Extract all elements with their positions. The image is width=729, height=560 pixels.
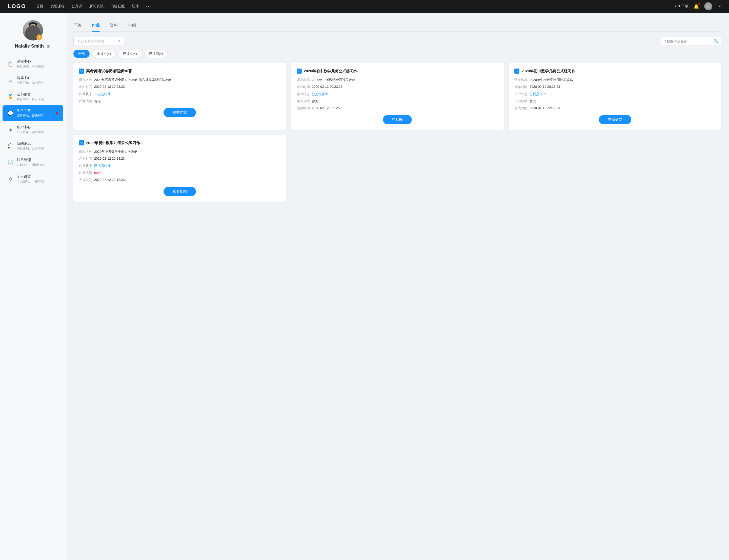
- card-title-1: 2020年初中数学几何公式练习作...: [304, 69, 361, 74]
- user-avatar[interactable]: [704, 2, 712, 10]
- sidebar-menu: 📋 课程中心 精彩课程、不容错过 ☰ 题库中心 海量习题、助力通关 🏅 证书荣誉…: [0, 56, 66, 187]
- homework-card-2: 🛡 2020年初中数学几何公式练习作... 课次名称 2020年中考数学全面过关…: [509, 63, 721, 130]
- nav-courses[interactable]: 发现课程: [50, 4, 65, 9]
- sidebar-item-text-account: 账户中心 个人权益、实时掌握: [17, 125, 58, 134]
- sidebar-item-text-qa: 学习问答 课后重温、疑难解答: [17, 109, 53, 118]
- profile-name: Natalie Smith: [15, 44, 44, 49]
- shield-icon-3: 🛡: [79, 140, 84, 145]
- card-course-label-3: 课次名称: [79, 149, 94, 154]
- card-action-button-0[interactable]: 提交作业: [163, 108, 196, 117]
- card-action-button-1[interactable]: 待批阅: [383, 115, 412, 124]
- card-score-label-0: 作业成绩: [79, 99, 94, 103]
- card-publish-value-2: 2020-02-12 20:23:23: [530, 85, 716, 89]
- card-complete-value-1: 2020-02-12 22:12:23: [312, 106, 498, 111]
- tab-qa[interactable]: 问答: [73, 20, 81, 31]
- card-course-value-1: 2020年中考数学全面过关攻略: [312, 78, 498, 82]
- status-all-button[interactable]: 全部: [73, 50, 90, 58]
- status-unsubmitted-button[interactable]: 未提交(4): [92, 50, 116, 58]
- sidebar-item-sub-qa: 课后重温、疑难解答: [17, 114, 53, 118]
- course-select-placeholder: 请选择课程/课程包: [77, 39, 104, 44]
- notification-bell[interactable]: 🔔: [694, 4, 699, 9]
- sidebar-item-sub-course-center: 精彩课程、不容错过: [17, 64, 58, 69]
- card-course-value-0: 2020年高考英语全面过关攻略-第六期零基础语法攻略: [94, 78, 280, 82]
- card-title-0: 高考英语试卷阅读理解30张: [86, 69, 132, 74]
- user-menu-chevron[interactable]: ▼: [718, 5, 721, 8]
- status-filter-row: 全部 未提交(4) 已提交(4) 已批阅(4): [73, 50, 721, 58]
- card-score-value-0: 暂无: [94, 99, 280, 103]
- tabs-row: 问答 作业 资料 小组: [73, 20, 721, 32]
- card-publish-value-0: 2020-02-12 20:23:23: [94, 85, 280, 89]
- sidebar-item-qa[interactable]: 💬 学习问答 课后重温、疑难解答: [3, 105, 63, 121]
- card-complete-label-2: 完成时间: [514, 106, 530, 111]
- nav-question-bank[interactable]: 题库: [132, 4, 139, 9]
- sidebar-item-certificate[interactable]: 🏅 证书荣誉 收获荣誉、持证上岗: [3, 89, 63, 105]
- sidebar-item-order[interactable]: 📄 订单管理 订单支出、明明白白: [3, 155, 63, 170]
- card-score-label-1: 作业成绩: [297, 99, 312, 103]
- sidebar-item-title-message: 我的消息: [17, 141, 58, 146]
- certificate-icon: 🏅: [8, 94, 13, 100]
- sidebar-item-sub-order: 订单支出、明明白白: [17, 163, 58, 167]
- tab-material[interactable]: 资料: [110, 20, 118, 31]
- qa-notification-dot: [56, 112, 58, 114]
- card-btn-row-0: 提交作业: [79, 108, 280, 117]
- card-course-value-3: 2020年中考数学全面过关攻略: [94, 149, 280, 154]
- card-course-label-1: 课次名称: [297, 78, 312, 82]
- card-status-row-2: 作业状态 已提交作业: [514, 92, 716, 96]
- course-select[interactable]: 请选择课程/课程包 ▼: [73, 37, 124, 46]
- card-score-row-1: 作业成绩 暂无: [297, 99, 498, 103]
- card-course-label-2: 课次名称: [514, 78, 530, 82]
- sidebar-item-title-account: 账户中心: [17, 125, 58, 130]
- card-status-label-3: 作业状态: [79, 164, 94, 168]
- card-complete-value-3: 2020-02-12 22:12:23: [94, 178, 280, 182]
- account-icon: ◈: [8, 127, 13, 133]
- card-complete-label-3: 完成时间: [79, 178, 94, 182]
- card-action-button-3[interactable]: 查看批阅: [163, 187, 196, 196]
- sidebar-item-text-question-bank: 题库中心 海量习题、助力通关: [17, 76, 58, 85]
- card-status-value-3: 已批阅作业: [94, 164, 280, 168]
- status-submitted-button[interactable]: 已提交(4): [118, 50, 142, 58]
- settings-icon: ⚙: [8, 176, 13, 182]
- card-complete-value-2: 2020-02-12 22:12:23: [530, 106, 716, 111]
- tab-group[interactable]: 小组: [128, 20, 136, 31]
- search-input[interactable]: [663, 39, 714, 43]
- card-status-label-2: 作业状态: [514, 92, 530, 96]
- card-publish-row-2: 发布时间 2020-02-12 20:23:23: [514, 85, 716, 89]
- sidebar-item-text-certificate: 证书荣誉 收获荣誉、持证上岗: [17, 92, 58, 101]
- course-select-arrow: ▼: [118, 39, 121, 43]
- sidebar-item-title-certificate: 证书荣誉: [17, 92, 58, 97]
- card-publish-label-2: 发布时间: [514, 85, 530, 89]
- qr-code-icon[interactable]: ⊞: [46, 44, 51, 49]
- profile-avatar-wrap: ★: [23, 20, 43, 40]
- nav-qa[interactable]: 问答社区: [111, 4, 125, 9]
- sidebar-item-question-bank[interactable]: ☰ 题库中心 海量习题、助力通关: [3, 72, 63, 88]
- order-icon: 📄: [8, 160, 13, 165]
- card-score-row-0: 作业成绩 暂无: [79, 99, 280, 103]
- nav-links: 首页 发现课程 公开课 新闻资讯 问答社区 题库 ···: [36, 4, 674, 9]
- sidebar-item-settings[interactable]: ⚙ 个人设置 个人信息、一键管理: [3, 171, 63, 187]
- card-title-3: 2020年初中数学几何公式练习作...: [86, 141, 143, 145]
- app-download-link[interactable]: APP下载: [674, 4, 689, 9]
- sidebar-item-message[interactable]: 💭 我的消息 消息通知、及时了解: [3, 138, 63, 154]
- filter-row: 请选择课程/课程包 ▼ 🔍: [73, 37, 721, 46]
- sidebar-item-sub-certificate: 收获荣誉、持证上岗: [17, 97, 58, 101]
- message-icon: 💭: [8, 143, 13, 149]
- sidebar-item-course-center[interactable]: 📋 课程中心 精彩课程、不容错过: [3, 56, 63, 72]
- sidebar-item-title-question-bank: 题库中心: [17, 76, 58, 80]
- card-complete-row-1: 完成时间 2020-02-12 22:12:23: [297, 106, 498, 111]
- nav-news[interactable]: 新闻资讯: [89, 4, 103, 9]
- tab-homework[interactable]: 作业: [92, 20, 100, 31]
- nav-open-courses[interactable]: 公开课: [72, 4, 82, 9]
- card-status-value-2: 已提交作业: [530, 92, 716, 96]
- card-score-label-2: 作业成绩: [514, 99, 530, 103]
- status-reviewed-button[interactable]: 已批阅(4): [144, 50, 168, 58]
- nav-home[interactable]: 首页: [36, 4, 43, 9]
- card-publish-label-3: 发布时间: [79, 157, 94, 161]
- logo: LOGO: [8, 3, 26, 10]
- top-navigation: LOGO 首页 发现课程 公开课 新闻资讯 问答社区 题库 ··· APP下载 …: [0, 0, 729, 13]
- card-complete-row-2: 完成时间 2020-02-12 22:12:23: [514, 106, 716, 111]
- card-status-label-0: 作业状态: [79, 92, 94, 96]
- question-bank-icon: ☰: [8, 78, 13, 83]
- card-action-button-2[interactable]: 重新提交: [599, 115, 631, 124]
- sidebar-item-account[interactable]: ◈ 账户中心 个人权益、实时掌握: [3, 122, 63, 138]
- nav-more[interactable]: ···: [146, 4, 151, 9]
